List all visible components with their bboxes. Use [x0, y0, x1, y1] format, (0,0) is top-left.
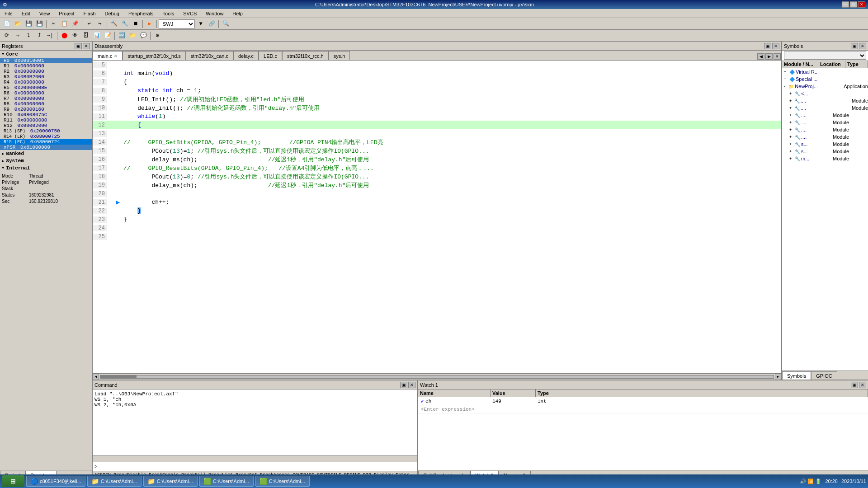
watch-close[interactable]: ✕	[859, 382, 866, 388]
tab-startup[interactable]: startup_stm32f10x_hd.s	[123, 51, 185, 60]
tabs-scroll-right[interactable]: ▶	[765, 53, 773, 60]
code-scrollbar[interactable]: ◀ ▶	[93, 373, 781, 380]
reg-section-system[interactable]: ▶ System	[0, 157, 92, 164]
tb-step-out[interactable]: ⤴	[34, 31, 44, 41]
command-input[interactable]	[99, 464, 415, 469]
tb-breakpoint[interactable]: ⬤	[59, 31, 69, 41]
cmd-scrollbar[interactable]	[93, 455, 417, 462]
tb-tools2[interactable]: ⚙	[152, 31, 162, 41]
start-button[interactable]: ⊞	[2, 475, 24, 487]
command-float[interactable]: ▣	[400, 382, 407, 388]
code-content-10[interactable]: delay_init(); //调用初始化延迟函数，引用"delay.h"后可使…	[122, 104, 781, 112]
code-content-11[interactable]: while(1)	[122, 113, 781, 120]
tb-settings[interactable]: ▼	[196, 19, 206, 29]
code-content-23[interactable]: }	[122, 216, 781, 223]
tab-led[interactable]: LED.c	[259, 51, 282, 60]
code-content-18[interactable]: PCout(13)=0; //引用sys.h头文件后，可以直接使用该宏定义操作I…	[122, 173, 781, 181]
minimize-button[interactable]: —	[842, 1, 849, 8]
code-content-6[interactable]: int main(void)	[122, 70, 781, 77]
sym-special[interactable]: + 🔷 Special ...	[782, 75, 868, 83]
scroll-thumb[interactable]	[100, 375, 137, 378]
tab-main-c-close[interactable]: ✕	[114, 54, 118, 58]
menu-view[interactable]: View	[37, 10, 53, 17]
code-content-7[interactable]: {	[122, 79, 781, 85]
tb-target-select[interactable]: SWJ	[159, 19, 195, 28]
maximize-button[interactable]: □	[850, 1, 857, 8]
tb-disasm[interactable]: 📝	[103, 31, 113, 41]
reg-row-r14[interactable]: R14 (LR) 0x08000725	[0, 134, 92, 139]
tabs-scroll-left[interactable]: ◀	[757, 53, 764, 60]
tab-sys[interactable]: sys.h	[329, 51, 350, 60]
symbols-close[interactable]: ✕	[859, 43, 866, 49]
command-close[interactable]: ✕	[408, 382, 415, 388]
tb-open[interactable]: 📂	[13, 19, 23, 29]
tb-symbols[interactable]: 🔤	[117, 31, 127, 41]
reg-row-r7[interactable]: R7 0x00000000	[0, 96, 92, 101]
taskbar-app-folder2[interactable]: 📁 C:\Users\Admi...	[143, 476, 198, 487]
tb-memory[interactable]: 🗄	[81, 31, 91, 41]
menu-edit[interactable]: Edit	[19, 10, 33, 17]
reg-row-r8[interactable]: R8 0x00000000	[0, 101, 92, 107]
menu-debug[interactable]: Debug	[102, 10, 122, 17]
tb-output[interactable]: 💬	[138, 31, 148, 41]
sym-child-8[interactable]: + 🔧 s... Module	[782, 141, 868, 148]
tb-reset[interactable]: ⟳	[2, 31, 12, 41]
code-content-14[interactable]: // GPIO_SetBits(GPIOA, GPIO_Pin_4); //GP…	[122, 138, 781, 146]
sym-child-7[interactable]: + 🔧 .... Module	[782, 133, 868, 141]
reg-section-banked[interactable]: ▶ Banked	[0, 150, 92, 157]
tb-watch[interactable]: 👁	[70, 31, 80, 41]
reg-row-r10[interactable]: R10 0x0808075C	[0, 112, 92, 117]
code-content-19[interactable]: delay_ms(ch); //延迟1秒，引用"delay.h"后可使用	[122, 181, 781, 189]
menu-project[interactable]: Project	[56, 10, 77, 17]
sym-virtual-r[interactable]: + 🔷 Virtual R...	[782, 68, 868, 75]
reg-row-r15[interactable]: R15 (PC) 0x08000724	[0, 139, 92, 145]
code-content-21[interactable]: ch++;	[122, 199, 781, 206]
reg-row-r11[interactable]: R11 0x00000000	[0, 117, 92, 123]
registers-close[interactable]: ✕	[83, 43, 90, 49]
taskbar-app-keil[interactable]: 🔵 c8051F340的keil...	[26, 476, 85, 487]
scroll-track[interactable]	[100, 375, 774, 379]
tb-rebuild[interactable]: 🔧	[120, 19, 130, 29]
sym-child-4[interactable]: + 🔧 .... Module	[782, 112, 868, 119]
sym-child-9[interactable]: + 🔧 s... Module	[782, 148, 868, 155]
registers-float[interactable]: ▣	[75, 43, 82, 49]
tab-can[interactable]: stm32f10x_can.c	[186, 51, 233, 60]
reg-row-r9[interactable]: R9 0x20000160	[0, 107, 92, 112]
disasm-float[interactable]: ▣	[764, 43, 771, 49]
code-content-9[interactable]: LED_Init(); //调用初始化LED函数，引用"led.h"后可使用	[122, 95, 781, 103]
menu-flash[interactable]: Flash	[81, 10, 99, 17]
taskbar-app-folder1[interactable]: 📁 C:\Users\Admi...	[87, 476, 142, 487]
tb-redo[interactable]: ↪	[95, 19, 105, 29]
reg-row-r0[interactable]: R0 0x00010001	[0, 58, 92, 63]
menu-window[interactable]: Window	[203, 10, 226, 17]
taskbar-app-green2[interactable]: 🟩 C:\Users\Admi...	[255, 476, 310, 487]
menu-help[interactable]: Help	[230, 10, 245, 17]
tab-main-c[interactable]: main.c ✕	[93, 51, 123, 60]
sym-child-5[interactable]: + 🔧 .... Module	[782, 119, 868, 126]
tabs-close[interactable]: ✕	[774, 53, 781, 60]
tb-connect[interactable]: 🔗	[207, 19, 217, 29]
sym-child-3[interactable]: + 🔧 .... Module	[782, 104, 868, 112]
reg-row-xpsr[interactable]: xPSR 0x61000000	[0, 145, 92, 150]
code-content-17[interactable]: // GPIO_ResetBits(GPIOA, GPIO_Pin_4); //…	[122, 164, 781, 172]
tab-rcc[interactable]: stm32f10x_rcc.h	[282, 51, 329, 60]
watch-check-ch[interactable]: ✔	[421, 399, 424, 404]
watch-name-enter[interactable]: <Enter expression>	[418, 407, 491, 412]
watch-float[interactable]: ▣	[851, 382, 858, 388]
sym-child-6[interactable]: + 🔧 .... Module	[782, 126, 868, 133]
tb-new[interactable]: 📄	[2, 19, 12, 29]
code-content-8[interactable]: static int ch = 1;	[122, 87, 781, 94]
tab-gpioc[interactable]: GPIOC	[811, 371, 837, 380]
code-content-22[interactable]: }	[122, 207, 781, 214]
menu-svcs[interactable]: SVCS	[180, 10, 199, 17]
tb-stop[interactable]: ⏹	[131, 19, 141, 29]
tab-delay[interactable]: delay.c	[233, 51, 259, 60]
close-button[interactable]: ✕	[858, 1, 865, 8]
tab-symbols[interactable]: Symbols	[782, 371, 811, 380]
tb-undo[interactable]: ↩	[84, 19, 94, 29]
disasm-close[interactable]: ✕	[772, 43, 779, 49]
reg-row-r4[interactable]: R4 0x00000000	[0, 80, 92, 85]
sym-child-1[interactable]: + 🔧 <...	[782, 90, 868, 97]
tb-copy[interactable]: 📋	[59, 19, 69, 29]
reg-row-r12[interactable]: R12 0x00002000	[0, 123, 92, 128]
